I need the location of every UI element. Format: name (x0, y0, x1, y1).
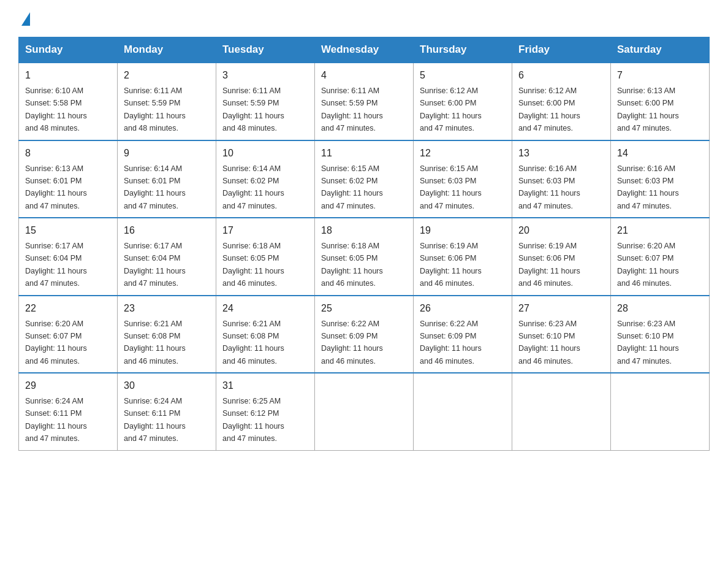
calendar-day-cell: 15 Sunrise: 6:17 AMSunset: 6:04 PMDaylig… (19, 218, 118, 296)
calendar-day-cell: 9 Sunrise: 6:14 AMSunset: 6:01 PMDayligh… (118, 140, 216, 218)
day-info: Sunrise: 6:25 AMSunset: 6:12 PMDaylight:… (222, 397, 284, 443)
calendar-day-cell: 3 Sunrise: 6:11 AMSunset: 5:59 PMDayligh… (216, 63, 315, 140)
day-number: 6 (518, 68, 604, 83)
day-number: 4 (321, 68, 407, 83)
day-number: 28 (617, 301, 703, 316)
day-info: Sunrise: 6:22 AMSunset: 6:09 PMDaylight:… (321, 320, 383, 366)
calendar-day-cell: 19 Sunrise: 6:19 AMSunset: 6:06 PMDaylig… (414, 218, 512, 296)
day-of-week-header: Friday (512, 37, 611, 63)
calendar-day-cell: 29 Sunrise: 6:24 AMSunset: 6:11 PMDaylig… (19, 373, 118, 450)
day-number: 21 (617, 223, 703, 238)
calendar-day-cell: 27 Sunrise: 6:23 AMSunset: 6:10 PMDaylig… (512, 296, 611, 373)
day-number: 22 (25, 301, 111, 316)
day-number: 20 (518, 223, 604, 238)
day-info: Sunrise: 6:21 AMSunset: 6:08 PMDaylight:… (222, 320, 284, 366)
day-info: Sunrise: 6:15 AMSunset: 6:02 PMDaylight:… (321, 164, 383, 210)
calendar-day-cell (512, 373, 611, 450)
day-info: Sunrise: 6:18 AMSunset: 6:05 PMDaylight:… (321, 242, 383, 288)
day-info: Sunrise: 6:12 AMSunset: 6:00 PMDaylight:… (518, 86, 580, 132)
day-number: 12 (420, 146, 506, 161)
day-info: Sunrise: 6:15 AMSunset: 6:03 PMDaylight:… (420, 164, 482, 210)
day-info: Sunrise: 6:14 AMSunset: 6:01 PMDaylight:… (124, 164, 186, 210)
day-number: 13 (518, 146, 604, 161)
day-info: Sunrise: 6:24 AMSunset: 6:11 PMDaylight:… (25, 397, 87, 443)
day-number: 30 (124, 378, 210, 393)
calendar-week-row: 15 Sunrise: 6:17 AMSunset: 6:04 PMDaylig… (19, 218, 710, 296)
day-info: Sunrise: 6:20 AMSunset: 6:07 PMDaylight:… (617, 242, 679, 288)
day-number: 9 (124, 146, 210, 161)
day-info: Sunrise: 6:16 AMSunset: 6:03 PMDaylight:… (617, 164, 679, 210)
calendar-day-cell: 7 Sunrise: 6:13 AMSunset: 6:00 PMDayligh… (611, 63, 710, 140)
day-number: 29 (25, 378, 111, 393)
day-of-week-header: Thursday (414, 37, 512, 63)
day-of-week-header: Sunday (19, 37, 118, 63)
calendar-day-cell: 24 Sunrise: 6:21 AMSunset: 6:08 PMDaylig… (216, 296, 315, 373)
calendar-week-row: 8 Sunrise: 6:13 AMSunset: 6:01 PMDayligh… (19, 140, 710, 218)
day-info: Sunrise: 6:16 AMSunset: 6:03 PMDaylight:… (518, 164, 580, 210)
day-info: Sunrise: 6:10 AMSunset: 5:58 PMDaylight:… (25, 86, 87, 132)
calendar-day-cell: 14 Sunrise: 6:16 AMSunset: 6:03 PMDaylig… (611, 140, 710, 218)
calendar-day-cell: 20 Sunrise: 6:19 AMSunset: 6:06 PMDaylig… (512, 218, 611, 296)
calendar-week-row: 22 Sunrise: 6:20 AMSunset: 6:07 PMDaylig… (19, 296, 710, 373)
calendar-table: SundayMondayTuesdayWednesdayThursdayFrid… (18, 37, 710, 451)
calendar-day-cell: 6 Sunrise: 6:12 AMSunset: 6:00 PMDayligh… (512, 63, 611, 140)
calendar-day-cell: 16 Sunrise: 6:17 AMSunset: 6:04 PMDaylig… (118, 218, 216, 296)
day-of-week-header: Saturday (611, 37, 710, 63)
day-number: 16 (124, 223, 210, 238)
day-info: Sunrise: 6:11 AMSunset: 5:59 PMDaylight:… (321, 86, 383, 132)
day-number: 18 (321, 223, 407, 238)
calendar-day-cell: 25 Sunrise: 6:22 AMSunset: 6:09 PMDaylig… (315, 296, 414, 373)
day-info: Sunrise: 6:19 AMSunset: 6:06 PMDaylight:… (518, 242, 580, 288)
calendar-day-cell: 5 Sunrise: 6:12 AMSunset: 6:00 PMDayligh… (414, 63, 512, 140)
day-info: Sunrise: 6:23 AMSunset: 6:10 PMDaylight:… (518, 320, 580, 366)
day-number: 10 (222, 146, 308, 161)
day-number: 25 (321, 301, 407, 316)
calendar-day-cell: 1 Sunrise: 6:10 AMSunset: 5:58 PMDayligh… (19, 63, 118, 140)
calendar-day-cell: 30 Sunrise: 6:24 AMSunset: 6:11 PMDaylig… (118, 373, 216, 450)
calendar-day-cell: 18 Sunrise: 6:18 AMSunset: 6:05 PMDaylig… (315, 218, 414, 296)
calendar-day-cell: 8 Sunrise: 6:13 AMSunset: 6:01 PMDayligh… (19, 140, 118, 218)
day-info: Sunrise: 6:12 AMSunset: 6:00 PMDaylight:… (420, 86, 482, 132)
day-info: Sunrise: 6:13 AMSunset: 6:00 PMDaylight:… (617, 86, 679, 132)
day-info: Sunrise: 6:23 AMSunset: 6:10 PMDaylight:… (617, 320, 679, 366)
calendar-day-cell: 22 Sunrise: 6:20 AMSunset: 6:07 PMDaylig… (19, 296, 118, 373)
day-info: Sunrise: 6:21 AMSunset: 6:08 PMDaylight:… (124, 320, 186, 366)
day-number: 15 (25, 223, 111, 238)
day-info: Sunrise: 6:19 AMSunset: 6:06 PMDaylight:… (420, 242, 482, 288)
day-info: Sunrise: 6:22 AMSunset: 6:09 PMDaylight:… (420, 320, 482, 366)
day-number: 17 (222, 223, 308, 238)
day-info: Sunrise: 6:14 AMSunset: 6:02 PMDaylight:… (222, 164, 284, 210)
day-info: Sunrise: 6:24 AMSunset: 6:11 PMDaylight:… (124, 397, 186, 443)
calendar-day-cell: 21 Sunrise: 6:20 AMSunset: 6:07 PMDaylig… (611, 218, 710, 296)
day-info: Sunrise: 6:17 AMSunset: 6:04 PMDaylight:… (124, 242, 186, 288)
day-number: 23 (124, 301, 210, 316)
day-number: 14 (617, 146, 703, 161)
day-number: 1 (25, 68, 111, 83)
day-number: 31 (222, 378, 308, 393)
day-of-week-header: Monday (118, 37, 216, 63)
day-number: 11 (321, 146, 407, 161)
calendar-day-cell (611, 373, 710, 450)
calendar-day-cell: 26 Sunrise: 6:22 AMSunset: 6:09 PMDaylig… (414, 296, 512, 373)
calendar-header-row: SundayMondayTuesdayWednesdayThursdayFrid… (19, 37, 710, 63)
calendar-day-cell: 10 Sunrise: 6:14 AMSunset: 6:02 PMDaylig… (216, 140, 315, 218)
day-number: 2 (124, 68, 210, 83)
calendar-day-cell: 4 Sunrise: 6:11 AMSunset: 5:59 PMDayligh… (315, 63, 414, 140)
calendar-day-cell: 13 Sunrise: 6:16 AMSunset: 6:03 PMDaylig… (512, 140, 611, 218)
calendar-day-cell (315, 373, 414, 450)
day-number: 8 (25, 146, 111, 161)
calendar-week-row: 29 Sunrise: 6:24 AMSunset: 6:11 PMDaylig… (19, 373, 710, 450)
day-number: 24 (222, 301, 308, 316)
day-of-week-header: Tuesday (216, 37, 315, 63)
calendar-day-cell: 31 Sunrise: 6:25 AMSunset: 6:12 PMDaylig… (216, 373, 315, 450)
day-info: Sunrise: 6:17 AMSunset: 6:04 PMDaylight:… (25, 242, 87, 288)
day-number: 3 (222, 68, 308, 83)
calendar-week-row: 1 Sunrise: 6:10 AMSunset: 5:58 PMDayligh… (19, 63, 710, 140)
day-info: Sunrise: 6:20 AMSunset: 6:07 PMDaylight:… (25, 320, 87, 366)
calendar-day-cell: 23 Sunrise: 6:21 AMSunset: 6:08 PMDaylig… (118, 296, 216, 373)
day-number: 5 (420, 68, 506, 83)
calendar-day-cell (414, 373, 512, 450)
calendar-day-cell: 17 Sunrise: 6:18 AMSunset: 6:05 PMDaylig… (216, 218, 315, 296)
logo (18, 12, 30, 26)
day-number: 19 (420, 223, 506, 238)
